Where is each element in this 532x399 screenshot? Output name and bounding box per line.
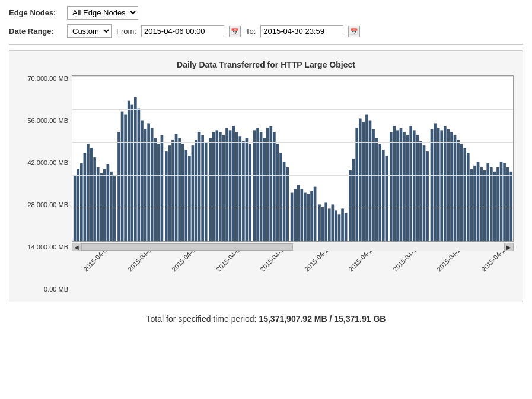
total-label: Total for specified time period:	[146, 314, 257, 324]
svg-rect-125	[496, 167, 499, 241]
svg-rect-37	[198, 132, 201, 241]
svg-rect-45	[225, 128, 228, 241]
grid-line-3	[72, 175, 513, 176]
svg-rect-120	[480, 167, 483, 241]
total-value: 15,371,907.92 MB / 15,371.91 GB	[259, 314, 386, 324]
divider	[9, 44, 523, 45]
chart-plot-wrapper: ◀ ▶ 2015-04-06 2015-04-07 2015-04-08 201…	[72, 75, 514, 293]
svg-rect-60	[276, 144, 279, 241]
svg-rect-3	[84, 153, 87, 241]
svg-rect-107	[437, 128, 440, 241]
svg-rect-55	[260, 132, 263, 241]
chart-plot	[72, 75, 514, 242]
svg-rect-35	[192, 145, 195, 241]
svg-rect-59	[273, 132, 276, 241]
svg-rect-11	[110, 172, 113, 241]
svg-rect-56	[263, 138, 266, 241]
svg-rect-24	[154, 138, 157, 241]
svg-rect-29	[171, 140, 174, 241]
edge-nodes-select[interactable]: All Edge Nodes	[67, 6, 138, 20]
svg-rect-58	[269, 126, 272, 241]
svg-rect-121	[483, 170, 486, 241]
svg-rect-110	[447, 129, 450, 241]
svg-rect-124	[493, 172, 496, 241]
svg-rect-75	[328, 208, 331, 241]
svg-rect-123	[490, 167, 493, 241]
date-range-label: Date Range:	[9, 27, 62, 36]
svg-rect-128	[506, 167, 509, 241]
svg-rect-104	[426, 151, 429, 241]
scroll-right-arrow[interactable]: ▶	[504, 243, 514, 251]
from-date-input[interactable]	[141, 25, 224, 37]
chart-title: Daily Data Transferred for HTTP Large Ob…	[18, 60, 514, 69]
svg-rect-50	[242, 141, 245, 241]
svg-rect-63	[286, 167, 289, 241]
total-section: Total for specified time period: 15,371,…	[9, 314, 523, 324]
svg-rect-7	[97, 167, 100, 241]
svg-rect-106	[434, 123, 437, 241]
svg-rect-115	[463, 148, 466, 241]
svg-rect-72	[318, 204, 321, 241]
date-range-select[interactable]: Custom	[67, 24, 112, 38]
svg-rect-86	[365, 115, 368, 241]
svg-rect-126	[500, 162, 503, 241]
svg-rect-42	[215, 130, 218, 241]
y-label-5: 0.00 MB	[44, 286, 68, 293]
svg-rect-12	[113, 176, 116, 241]
y-label-4: 14,000.00 MB	[28, 244, 69, 251]
svg-rect-61	[279, 153, 282, 241]
scrollbar-area: ◀ ▶	[72, 243, 514, 251]
svg-rect-79	[341, 208, 344, 241]
svg-rect-47	[232, 126, 235, 241]
svg-rect-13	[117, 132, 120, 241]
chart-area: 70,000.00 MB 56,000.00 MB 42,000.00 MB 2…	[18, 75, 514, 293]
scrollbar-track[interactable]	[81, 243, 504, 251]
svg-rect-68	[304, 193, 307, 241]
x-axis-labels: 2015-04-06 2015-04-07 2015-04-08 2015-04…	[72, 251, 514, 293]
edge-nodes-row: Edge Nodes: All Edge Nodes	[9, 6, 523, 20]
svg-rect-51	[246, 138, 249, 241]
scrollbar-thumb[interactable]	[81, 243, 293, 251]
svg-rect-39	[205, 142, 208, 241]
svg-rect-117	[470, 169, 473, 241]
svg-rect-41	[212, 132, 215, 241]
svg-rect-54	[256, 128, 259, 241]
controls-section: Edge Nodes: All Edge Nodes Date Range: C…	[9, 6, 523, 38]
scroll-left-arrow[interactable]: ◀	[72, 243, 81, 251]
svg-rect-43	[219, 132, 222, 241]
svg-rect-6	[93, 157, 96, 241]
svg-rect-44	[222, 135, 225, 241]
from-label: From:	[116, 27, 136, 36]
svg-rect-62	[283, 162, 286, 241]
svg-rect-105	[431, 129, 434, 241]
svg-rect-25	[157, 144, 160, 241]
svg-rect-109	[444, 126, 447, 241]
svg-rect-33	[184, 150, 187, 241]
svg-rect-32	[181, 144, 184, 241]
svg-rect-38	[201, 135, 204, 241]
svg-rect-36	[195, 140, 197, 241]
svg-rect-118	[473, 166, 476, 241]
from-calendar-icon[interactable]: 📅	[229, 26, 241, 37]
x-label-5: 2015-04-11	[293, 251, 337, 293]
svg-rect-88	[372, 129, 375, 241]
grid-line-5	[72, 241, 513, 242]
svg-rect-71	[314, 187, 317, 241]
svg-rect-73	[321, 207, 324, 241]
svg-rect-116	[467, 153, 470, 241]
chart-container: Daily Data Transferred for HTTP Large Ob…	[9, 50, 523, 302]
svg-rect-52	[249, 144, 251, 241]
to-calendar-icon[interactable]: 📅	[348, 26, 360, 37]
svg-rect-48	[235, 132, 238, 241]
svg-rect-1	[77, 169, 79, 241]
x-label-4: 2015-04-10	[249, 251, 293, 293]
svg-rect-119	[477, 162, 480, 241]
svg-rect-80	[345, 213, 348, 241]
x-label-6: 2015-04-12	[337, 251, 381, 293]
svg-rect-81	[349, 170, 352, 241]
svg-rect-66	[297, 185, 300, 241]
svg-rect-113	[457, 140, 460, 241]
svg-rect-85	[362, 122, 365, 241]
svg-rect-90	[378, 144, 381, 241]
to-date-input[interactable]	[260, 25, 343, 37]
